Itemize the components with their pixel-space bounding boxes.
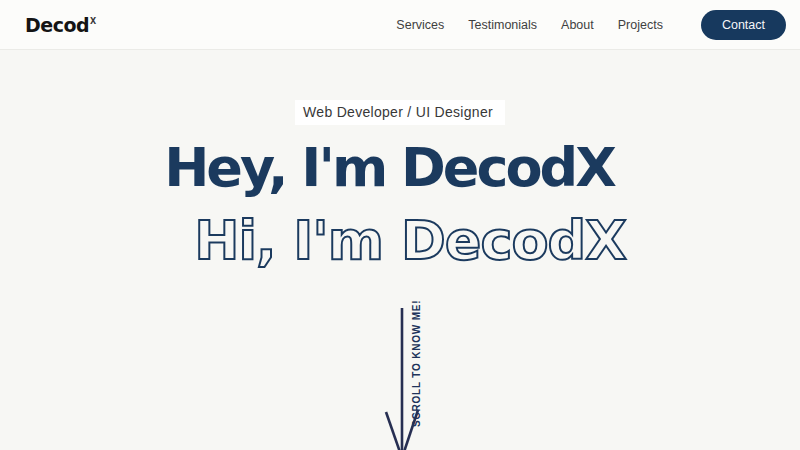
nav-item-projects[interactable]: Projects [618, 18, 663, 32]
hero-tagline: Web Developer / UI Designer [295, 100, 505, 125]
nav-item-services[interactable]: Services [396, 18, 444, 32]
brand-logo-suffix: X [90, 17, 96, 26]
hero-heading-solid: Hey, I'm DecodX [0, 141, 789, 195]
nav-item-testimonials[interactable]: Testimonials [468, 18, 537, 32]
brand-logo-text: Decod [25, 14, 89, 36]
scroll-down-arrow-icon [382, 305, 422, 450]
hero-heading-outline: Hi, I'm DecodX [10, 214, 800, 268]
main-nav: Services Testimonials About Projects Con… [396, 10, 786, 40]
contact-button[interactable]: Contact [701, 10, 786, 40]
hero-section: Web Developer / UI Designer Hey, I'm Dec… [0, 50, 800, 268]
brand-logo[interactable]: Decod X [25, 14, 96, 36]
nav-item-about[interactable]: About [561, 18, 594, 32]
header: Decod X Services Testimonials About Proj… [0, 0, 800, 50]
scroll-label: SCROLL TO KNOW ME! [411, 300, 422, 427]
